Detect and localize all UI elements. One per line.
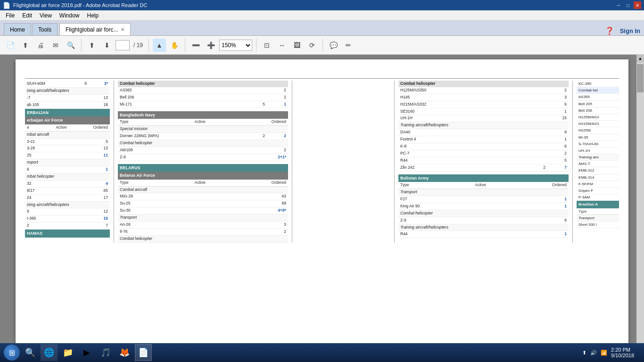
tab-tools-label: Tools: [38, 26, 51, 33]
table-row: Special mission: [118, 126, 288, 133]
section-header-belarus: BELARUS: [118, 164, 288, 172]
minimize-button[interactable]: ─: [615, 1, 622, 9]
menu-view[interactable]: View: [36, 11, 56, 20]
col-header-4: Type Active Ordered: [398, 182, 569, 189]
table-row: K-8 6: [398, 143, 569, 150]
tab-close-icon[interactable]: ✕: [121, 27, 124, 32]
taskbar-volume-icon: 📶: [601, 350, 607, 356]
table-row: Su-30 4+8*: [118, 207, 288, 214]
table-row: Transport: [398, 189, 569, 196]
table-row: AS355: [577, 94, 619, 100]
taskbar-media[interactable]: ▶: [78, 344, 95, 361]
mail-button[interactable]: ✉: [49, 39, 62, 52]
hand-tool[interactable]: ✋: [168, 39, 181, 52]
taskbar-time: 2:20 PM9/10/2018: [611, 347, 634, 358]
table-row: MI-35: [577, 134, 619, 141]
sign-in-area: ❓ Sign In: [605, 26, 640, 35]
tab-tools[interactable]: Tools: [32, 23, 58, 35]
table-row: EMB-314: [577, 174, 619, 181]
col-divider-4: [572, 81, 573, 243]
tab-home-label: Home: [10, 26, 25, 33]
vertical-scrollbar[interactable]: ▲ ▼: [636, 55, 644, 352]
sep4: [256, 39, 256, 52]
pdf-content: 0/UH-60M 9 3* ining aircraft/helicopters…: [16, 81, 628, 243]
table-row: Z-9 2+1*: [118, 154, 288, 161]
markup-button[interactable]: ✏: [342, 39, 355, 52]
table-row: Training aircraft/helicopters: [398, 224, 569, 231]
close-button[interactable]: ✕: [634, 1, 641, 9]
table-row: 8/17 65: [25, 188, 110, 195]
titlebar-controls: ─ □ ✕: [615, 1, 641, 9]
page-number-input[interactable]: 7: [116, 40, 130, 50]
new-button[interactable]: 📄: [4, 39, 17, 52]
fit-width-button[interactable]: ↔: [275, 39, 289, 52]
taskbar-player[interactable]: 🎵: [97, 344, 114, 361]
menu-window[interactable]: Window: [56, 11, 83, 20]
taskbar-explorer[interactable]: 📁: [59, 344, 76, 361]
section-combat-heli-3: Combat helicopter: [398, 81, 569, 87]
zoom-in-button[interactable]: ➕: [204, 39, 217, 52]
prev-page-button[interactable]: ⬆: [85, 39, 99, 52]
center-spacer: [296, 81, 390, 243]
menu-file[interactable]: File: [2, 11, 18, 20]
comment-button[interactable]: 💬: [327, 39, 340, 52]
scroll-thumb[interactable]: [637, 64, 644, 92]
titlebar-title: Flightglobal air force 2018.pdf - Adobe …: [13, 2, 147, 8]
table-row: KC-390: [577, 81, 619, 87]
table-row: 6 1: [25, 166, 110, 173]
table-row: Short 330 /: [577, 222, 619, 228]
fit-page-button[interactable]: ⊡: [260, 39, 273, 52]
zoom-out-button[interactable]: ➖: [189, 39, 202, 52]
table-row: Transport: [577, 215, 619, 222]
section-subheader-erbaijan: erbaijan Air Force: [25, 116, 110, 124]
table-row: Gripen F: [577, 188, 619, 194]
table-row: -7 13: [25, 95, 110, 102]
table-row: MiG-29 43: [118, 193, 288, 200]
menu-edit[interactable]: Edit: [18, 11, 36, 20]
table-row: ining aircraft/helicopters: [25, 88, 110, 95]
table-row: UH-1H: [577, 148, 619, 154]
table-row: Transport: [118, 214, 288, 222]
search-button[interactable]: 🔍: [64, 39, 77, 52]
table-row: 0/UH-60M 9 3*: [25, 81, 110, 88]
next-page-button[interactable]: ⬇: [100, 39, 114, 52]
image-view-button[interactable]: 🖼: [290, 39, 304, 52]
help-icon[interactable]: ❓: [605, 26, 614, 35]
zoom-select[interactable]: 150% 100% 125% 200%: [219, 40, 252, 51]
tab-home[interactable]: Home: [4, 23, 31, 35]
maximize-button[interactable]: □: [624, 1, 632, 9]
page-top-margin: [16, 59, 628, 78]
taskbar-firefox[interactable]: 🦊: [116, 344, 133, 361]
sign-in-button[interactable]: Sign In: [620, 27, 640, 34]
sep1: [81, 39, 82, 52]
menu-help[interactable]: Help: [83, 11, 103, 20]
sep5: [322, 39, 323, 52]
table-row: Su-25 68: [118, 200, 288, 207]
upload-button[interactable]: ⬆: [19, 39, 32, 52]
scroll-up-arrow[interactable]: ▲: [636, 55, 644, 62]
section-header-bngld-navy: Bangladesh Navy: [118, 111, 288, 119]
section-header-brazilian: Brazilian A: [577, 201, 619, 208]
section-header-hamas: HAMAS: [25, 230, 110, 238]
cursor-tool[interactable]: ▲: [153, 39, 166, 52]
tabbar: Home Tools Flightglobal air forc... ✕ ❓ …: [0, 21, 644, 36]
table-row: 3-21 5: [25, 139, 110, 146]
table-row: Zlin 242 2 7: [398, 165, 569, 172]
table-row: Foxtrot 4 1: [398, 136, 569, 143]
table-row: Combat helicopter: [118, 140, 288, 147]
start-button[interactable]: ⊞: [4, 345, 20, 361]
print-button[interactable]: 🖨: [34, 39, 47, 52]
table-row: H125M/AS350 2: [398, 87, 569, 94]
table-row: H215M/AS3: [577, 121, 619, 127]
taskbar-ie[interactable]: 🌐: [41, 344, 58, 361]
table-row: F27 1: [398, 196, 569, 203]
sep3: [185, 39, 185, 52]
pdf-container[interactable]: 0/UH-60M 9 3* ining aircraft/helicopters…: [0, 55, 644, 352]
rotate-button[interactable]: ⟳: [305, 39, 319, 52]
table-row: Training airc: [577, 154, 619, 161]
taskbar-acrobat[interactable]: 📄: [135, 344, 152, 361]
taskbar-search[interactable]: 🔍: [22, 344, 39, 361]
tab-document[interactable]: Flightglobal air forc... ✕: [59, 23, 131, 35]
table-row: H145 3: [398, 94, 569, 101]
col-divider-3: [394, 81, 395, 243]
